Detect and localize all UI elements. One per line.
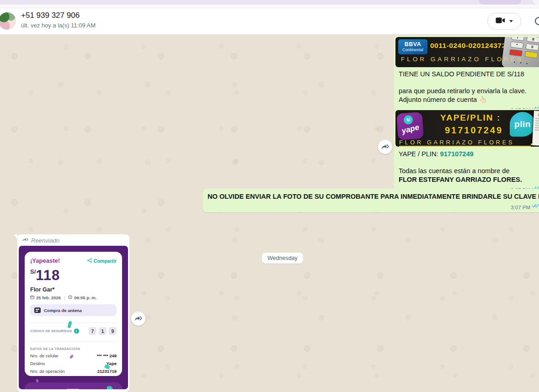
- divider: [30, 341, 117, 342]
- transaction-row: Destino Yape: [30, 361, 117, 366]
- yape-receipt-image[interactable]: ¡Yapeaste! Compartir S/118 Flor Gar*: [19, 246, 128, 389]
- footer-teal-decoration: [107, 386, 113, 389]
- message-text: Adjunto número de cuenta 👆🏻: [399, 95, 539, 104]
- receipt-card: ¡Yapeaste! Compartir S/118 Flor Gar*: [25, 252, 122, 376]
- receipt-date: 25 feb. 2026: [36, 295, 61, 300]
- receipt-amount-value: 118: [36, 267, 60, 283]
- pos-key: 0: [526, 43, 539, 51]
- security-code-label-row: CÓDIGO DE SEGURIDAD i: [30, 328, 79, 334]
- row-label: Destino: [30, 361, 45, 366]
- share-label: Compartir: [94, 258, 117, 264]
- forward-message-button[interactable]: [131, 312, 145, 326]
- paper-title: Flor: [535, 112, 539, 117]
- chevron-down-icon: [509, 20, 513, 22]
- yape-plin-title: YAPE/PLIN :: [440, 113, 501, 123]
- window-top-strip: [0, 0, 539, 5]
- plin-wordmark: plin: [514, 119, 531, 129]
- date-divider: Wednesday: [262, 253, 303, 264]
- forward-message-button[interactable]: [378, 140, 392, 154]
- message-text: para que pueda retirarlo y enviarla la c…: [399, 87, 539, 95]
- contact-avatar[interactable]: [0, 12, 16, 30]
- note-icon: [34, 307, 41, 313]
- security-code-label: CÓDIGO DE SEGURIDAD: [30, 329, 72, 333]
- pos-key: 8: [527, 37, 539, 43]
- video-call-button[interactable]: [487, 13, 521, 30]
- bbva-brand-sub: Continental: [402, 48, 423, 52]
- chat-message-area: BBVA Continental 0011-0240-0201243721 7 …: [0, 34, 539, 392]
- yape-underline: [399, 146, 531, 147]
- bubble-tail: [14, 234, 17, 239]
- share-button: Compartir: [87, 258, 117, 264]
- security-digit: 7: [89, 327, 96, 335]
- forwarded-label: Reenviado: [17, 234, 129, 246]
- message-text: FLOR ESTEFANY GARRIAZO FLORES.: [399, 175, 539, 184]
- price-list-paper: Flor: [532, 111, 539, 146]
- contact-last-seen: últ. vez hoy a la(s) 11:09 AM: [21, 22, 96, 29]
- phone-number-link[interactable]: 917107249: [440, 150, 474, 158]
- bbva-brand: BBVA: [405, 42, 422, 48]
- message-meta: 3:07 PM: [511, 202, 539, 210]
- plin-logo: plin: [510, 112, 535, 137]
- message-text: TIENE UN SALDO PENDIENTE DE S/118: [399, 70, 539, 79]
- yape-wordmark: yape: [400, 123, 420, 136]
- date-divider-label: Wednesday: [267, 255, 298, 261]
- receipt-footer: Más en Yape Nuevo: [24, 382, 123, 389]
- row-label: Nro. de celular: [30, 353, 59, 358]
- row-value: 21231719: [97, 369, 117, 374]
- pos-terminal-graphic: 7 8 * 0 • • •: [501, 37, 539, 67]
- yape-plin-prefix: YAPE / PLIN:: [399, 150, 440, 158]
- receipt-note: Compra de antena: [30, 304, 117, 316]
- receipt-payee: Flor Gar*: [30, 286, 117, 293]
- bbva-account-image[interactable]: BBVA Continental 0011-0240-0201243721 7 …: [395, 37, 539, 67]
- receipt-amount: S/118: [30, 267, 117, 284]
- bbva-holder-name: FLOR GARRIAZO FLORES: [401, 56, 523, 63]
- window-top-corner: [533, 0, 539, 5]
- whatsapp-window: +51 939 327 906 últ. vez hoy a la(s) 11:…: [0, 0, 539, 392]
- forward-icon: [22, 237, 29, 244]
- message-text: Todas las cuentas están a nombre de: [399, 167, 539, 175]
- transaction-row: Nro. de operación 21231719: [30, 369, 117, 374]
- yape-underline-dot: [531, 143, 533, 145]
- window-top-pill: [479, 0, 521, 5]
- transaction-data-label: DATOS DE LA TRANSACCIÓN: [30, 347, 117, 350]
- row-value: *** *** 249: [97, 353, 117, 358]
- bbva-logo: BBVA Continental: [398, 39, 427, 54]
- receipt-datetime: 25 feb. 2026 | 06:05 p. m.: [30, 295, 117, 300]
- message-forwarded-receipt: Reenviado ¡Yapeaste! Compartir S: [17, 234, 129, 392]
- info-icon: i: [74, 328, 79, 334]
- search-icon[interactable]: [534, 16, 539, 27]
- security-code-digits: 7 1 9: [89, 327, 117, 335]
- message-bbva-account: BBVA Continental 0011-0240-0201243721 7 …: [394, 36, 539, 115]
- message-yape-plin: S/ yape YAPE/PLIN : 917107249 plin Flor …: [394, 109, 539, 195]
- security-digit: 1: [99, 327, 107, 335]
- video-camera-icon: [496, 17, 505, 26]
- receipt-title: ¡Yapeaste!: [30, 257, 60, 264]
- contact-name: +51 939 327 906: [21, 11, 96, 20]
- window-sub-strip: [0, 5, 539, 8]
- message-text: YAPE / PLIN: 917107249: [399, 150, 539, 159]
- share-icon: [87, 258, 92, 264]
- pos-key-yellow: [525, 51, 538, 58]
- yape-plin-number: 917107249: [445, 125, 503, 136]
- receipt-footer-text: Más en Yape: [31, 389, 62, 389]
- receipt-currency: S/: [30, 268, 36, 275]
- calendar-icon: [30, 295, 34, 300]
- yape-plin-image[interactable]: S/ yape YAPE/PLIN : 917107249 plin Flor …: [395, 110, 539, 147]
- row-label: Nro. de operación: [30, 369, 65, 374]
- contact-info[interactable]: +51 939 327 906 últ. vez hoy a la(s) 11:…: [21, 11, 96, 29]
- receipt-time: 06:05 p. m.: [74, 295, 96, 300]
- receipt-note-text: Compra de antena: [44, 308, 82, 313]
- forwarded-text: Reenviado: [31, 237, 59, 244]
- read-receipt-icon: [532, 202, 539, 210]
- pos-key: 7: [511, 37, 524, 41]
- pos-key: *: [510, 42, 523, 49]
- divider: [30, 323, 117, 323]
- yape-currency-badge: S/: [403, 115, 413, 125]
- yape-holder-name: FLOR GARRIAZO FLORES: [399, 139, 514, 146]
- clock-icon: [68, 295, 72, 300]
- bbva-account-number: 0011-0240-0201243721: [430, 42, 510, 50]
- security-digit: 9: [109, 327, 117, 335]
- message-text: NO OLVIDE ENVIAR LA FOTO DE SU COMPROBAN…: [208, 192, 539, 201]
- yape-app-icon: S/ yape: [396, 112, 424, 140]
- chat-header: +51 939 327 906 últ. vez hoy a la(s) 11:…: [0, 8, 539, 34]
